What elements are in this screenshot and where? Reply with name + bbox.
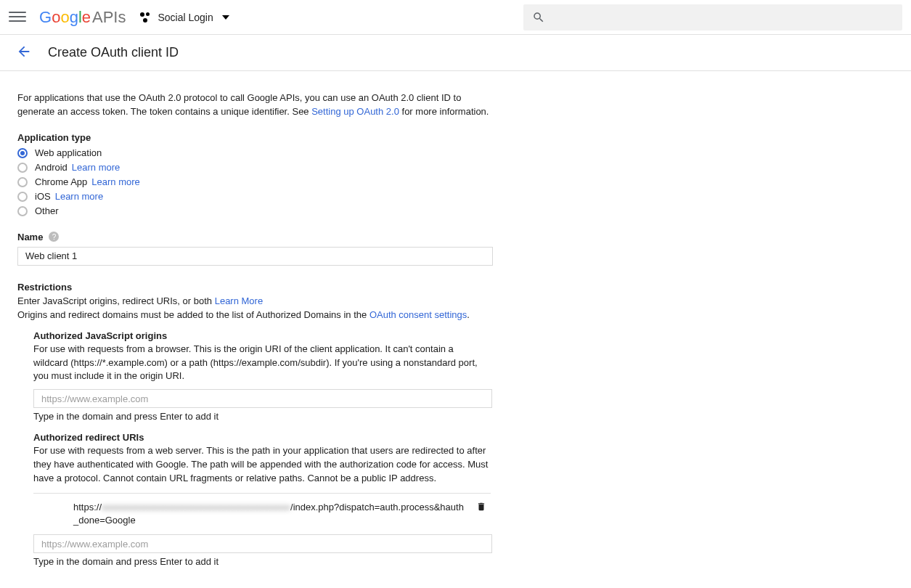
chrome-learn-more-link[interactable]: Learn more [91, 175, 139, 189]
project-name: Social Login [158, 12, 213, 23]
page-title: Create OAuth client ID [48, 45, 179, 60]
radio-chrome-app[interactable]: Chrome App Learn more [17, 175, 491, 189]
redirect-uris-title: Authorized redirect URIs [33, 432, 491, 443]
restrictions-line2: Origins and redirect domains must be add… [17, 309, 491, 320]
chevron-down-icon [222, 15, 229, 20]
js-origins-section: Authorized JavaScript origins For use wi… [33, 330, 491, 422]
redirect-uris-hint: Type in the domain and press Enter to ad… [33, 556, 491, 567]
project-icon [139, 11, 152, 24]
radio-web-application[interactable]: Web application [17, 146, 491, 160]
android-learn-more-link[interactable]: Learn more [72, 160, 120, 175]
trash-icon[interactable] [476, 501, 486, 515]
oauth-consent-link[interactable]: OAuth consent settings [369, 309, 467, 320]
top-bar: Google APIs Social Login [0, 0, 911, 35]
hamburger-menu-icon[interactable] [9, 9, 26, 26]
setup-oauth-link[interactable]: Setting up OAuth 2.0 [311, 106, 399, 117]
app-type-label: Application type [17, 132, 491, 143]
redirect-uris-input[interactable] [33, 534, 492, 553]
redirect-uris-section: Authorized redirect URIs For use with re… [33, 432, 491, 567]
help-icon[interactable]: ? [49, 232, 59, 242]
radio-icon [17, 177, 28, 187]
ios-learn-more-link[interactable]: Learn more [55, 189, 103, 204]
js-origins-title: Authorized JavaScript origins [33, 330, 491, 341]
restrictions-line1: Enter JavaScript origins, redirect URIs,… [17, 295, 491, 306]
js-origins-input[interactable] [33, 389, 492, 408]
redirect-uri-entry: https://xxxxxxxxxxxxxxxxxxxxxxxxxxxxxxxx… [33, 501, 491, 527]
radio-other[interactable]: Other [17, 204, 491, 219]
back-arrow-icon[interactable] [16, 44, 32, 62]
js-origins-hint: Type in the domain and press Enter to ad… [33, 411, 491, 422]
restrictions-learn-more-link[interactable]: Learn More [215, 295, 263, 306]
project-selector[interactable]: Social Login [139, 11, 229, 24]
main-content: For applications that use the OAuth 2.0 … [0, 71, 508, 588]
app-type-radio-group: Web application Android Learn more Chrom… [17, 146, 491, 219]
google-apis-logo[interactable]: Google APIs [39, 8, 126, 27]
js-origins-desc: For use with requests from a browser. Th… [33, 343, 491, 384]
apis-text: APIs [92, 8, 126, 27]
radio-icon [17, 163, 28, 173]
search-icon [532, 11, 545, 24]
radio-icon [17, 206, 28, 216]
radio-icon [17, 192, 28, 202]
radio-icon [17, 148, 28, 158]
restrictions-title: Restrictions [17, 282, 491, 293]
intro-text: For applications that use the OAuth 2.0 … [17, 91, 491, 119]
radio-android[interactable]: Android Learn more [17, 160, 491, 175]
redirect-uris-desc: For use with requests from a web server.… [33, 444, 491, 486]
name-label: Name [17, 232, 43, 242]
name-input[interactable] [17, 247, 493, 266]
radio-ios[interactable]: iOS Learn more [17, 189, 491, 204]
sub-header: Create OAuth client ID [0, 35, 911, 71]
search-input[interactable] [523, 4, 902, 30]
